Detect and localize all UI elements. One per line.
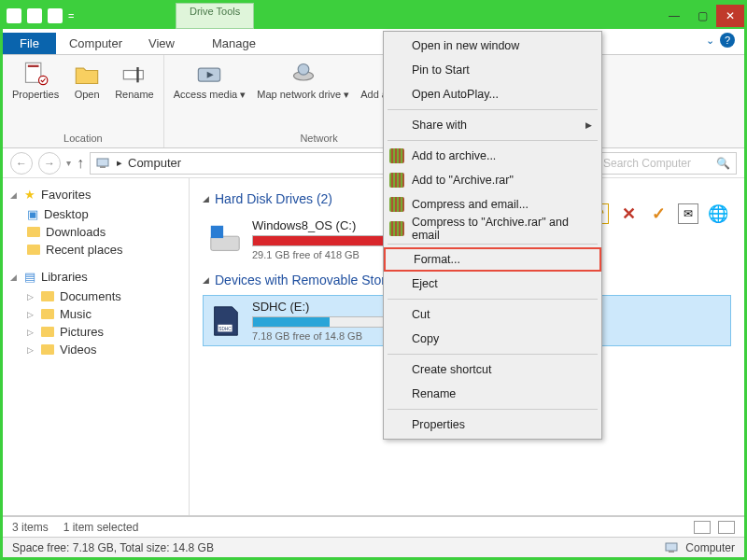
nav-label: Recent places	[46, 243, 122, 257]
drive-name: Windows8_OS (C:)	[252, 218, 402, 232]
ctx-compress-email[interactable]: Compress and email...	[384, 192, 601, 217]
help-icon[interactable]: ?	[720, 33, 735, 48]
ribbon: Properties Open Rename Location Access m…	[3, 55, 744, 148]
folder-icon	[41, 291, 54, 301]
nav-label: Pictures	[60, 325, 104, 339]
open-icon	[74, 61, 100, 87]
winrar-icon	[389, 221, 404, 236]
nav-music[interactable]: ▷Music	[10, 305, 181, 323]
status-items: 3 items	[12, 521, 49, 534]
ctx-format[interactable]: Format...	[384, 247, 601, 272]
context-menu: Open in new window Pin to Start Open Aut…	[383, 31, 602, 440]
svg-point-2	[39, 76, 48, 84]
titlebar: = — ▢ ✕	[3, 3, 744, 29]
computer-icon	[96, 156, 111, 171]
nav-pictures[interactable]: ▷Pictures	[10, 323, 181, 341]
submenu-arrow-icon: ▶	[585, 120, 592, 130]
computer-icon	[665, 540, 680, 555]
nav-recent[interactable]: Recent places	[10, 241, 181, 259]
svg-point-8	[298, 64, 309, 76]
tab-file[interactable]: File	[3, 33, 56, 54]
details-pane: Space free: 7.18 GB, Total size: 14.8 GB…	[3, 537, 744, 557]
minimize-button[interactable]: —	[660, 5, 688, 27]
qat-icon-2[interactable]	[48, 8, 63, 23]
search-placeholder: Search Computer	[603, 157, 691, 170]
folder-icon	[41, 309, 54, 319]
ctx-compress-rar-email[interactable]: Compress to "Archive.rar" and email	[384, 217, 601, 241]
nav-libraries[interactable]: ◢▤ Libraries	[10, 270, 181, 284]
ctx-copy[interactable]: Copy	[384, 327, 601, 351]
delete-x-icon[interactable]: ✕	[618, 203, 639, 224]
winrar-icon	[389, 148, 404, 163]
quick-icons-row: ↶ ✕ ✓ ✉ 🌐	[585, 203, 728, 224]
ctx-pin-start[interactable]: Pin to Start	[384, 58, 601, 82]
tab-manage[interactable]: Manage	[199, 33, 269, 54]
view-details-button[interactable]	[694, 521, 711, 534]
ctx-add-rar[interactable]: Add to "Archive.rar"	[384, 168, 601, 192]
view-list-button[interactable]	[718, 521, 735, 534]
drive-c-icon	[207, 222, 243, 258]
svg-rect-3	[123, 71, 143, 79]
ribbon-label: Map network drive ▾	[257, 89, 349, 101]
ctx-create-shortcut[interactable]: Create shortcut	[384, 357, 601, 382]
ctx-share-with[interactable]: Share with▶	[384, 113, 601, 137]
up-button[interactable]: ↑	[77, 155, 84, 172]
svg-rect-16	[211, 225, 223, 237]
rename-icon	[121, 61, 148, 87]
chevron-down-icon[interactable]: ⌄	[706, 35, 714, 47]
ribbon-access-media[interactable]: Access media ▾	[168, 57, 252, 133]
ctx-eject[interactable]: Eject	[384, 272, 601, 296]
footer-computer: Computer	[685, 541, 735, 554]
ribbon-label: Open	[75, 89, 100, 100]
folder-icon	[27, 227, 40, 237]
back-button[interactable]: ←	[10, 152, 33, 175]
status-bar: 3 items 1 item selected	[3, 516, 744, 537]
ctx-autoplay[interactable]: Open AutoPlay...	[384, 82, 601, 106]
mail-icon[interactable]: ✉	[678, 203, 698, 224]
ctx-cut[interactable]: Cut	[384, 302, 601, 327]
nav-documents[interactable]: ▷Documents	[10, 287, 181, 305]
search-icon: 🔍	[716, 157, 730, 170]
ribbon-rename[interactable]: Rename	[109, 57, 160, 133]
drive-sd-bar	[252, 316, 402, 328]
ribbon-properties[interactable]: Properties	[7, 57, 64, 133]
recent-dropdown[interactable]: ▾	[66, 158, 71, 168]
ribbon-open[interactable]: Open	[64, 57, 109, 133]
status-selected: 1 item selected	[63, 521, 139, 534]
breadcrumb-computer[interactable]: Computer	[128, 156, 181, 170]
winrar-icon	[389, 173, 404, 188]
star-icon: ★	[24, 188, 35, 202]
search-input[interactable]: Search Computer 🔍	[597, 152, 737, 175]
ribbon-label: Rename	[115, 89, 154, 100]
nav-desktop[interactable]: ▣Desktop	[10, 205, 181, 223]
ctx-add-archive[interactable]: Add to archive...	[384, 144, 601, 168]
nav-favorites[interactable]: ◢★ Favorites	[10, 188, 181, 202]
map-drive-icon	[290, 61, 317, 87]
app-icon	[7, 8, 21, 23]
folder-icon	[41, 327, 54, 337]
folder-icon	[27, 245, 40, 255]
maximize-button[interactable]: ▢	[688, 5, 716, 27]
tab-view[interactable]: View	[135, 33, 188, 54]
tab-computer[interactable]: Computer	[56, 33, 135, 54]
globe-icon[interactable]: 🌐	[708, 203, 728, 224]
winrar-icon	[389, 197, 404, 212]
drive-sub: 7.18 GB free of 14.8 GB	[252, 330, 402, 342]
check-icon[interactable]: ✓	[648, 203, 669, 224]
ctx-properties[interactable]: Properties	[384, 413, 601, 437]
ctx-open-new-window[interactable]: Open in new window	[384, 34, 601, 58]
nav-label: Music	[60, 307, 92, 321]
ctx-rename[interactable]: Rename	[384, 382, 601, 406]
sd-card-icon: SDHC	[207, 303, 243, 339]
drive-name: SDHC (E:)	[252, 300, 402, 314]
ribbon-label: Properties	[12, 89, 59, 100]
forward-button[interactable]: →	[38, 152, 61, 175]
svg-rect-20	[669, 551, 674, 553]
nav-videos[interactable]: ▷Videos	[10, 341, 181, 358]
nav-label: Documents	[60, 289, 121, 303]
nav-downloads[interactable]: Downloads	[10, 223, 181, 241]
close-button[interactable]: ✕	[716, 5, 744, 27]
ribbon-map-drive[interactable]: Map network drive ▾	[251, 57, 355, 133]
qat-icon-1[interactable]	[27, 8, 42, 23]
ribbon-tabs: File Computer View Manage ⌄ ?	[3, 29, 744, 55]
